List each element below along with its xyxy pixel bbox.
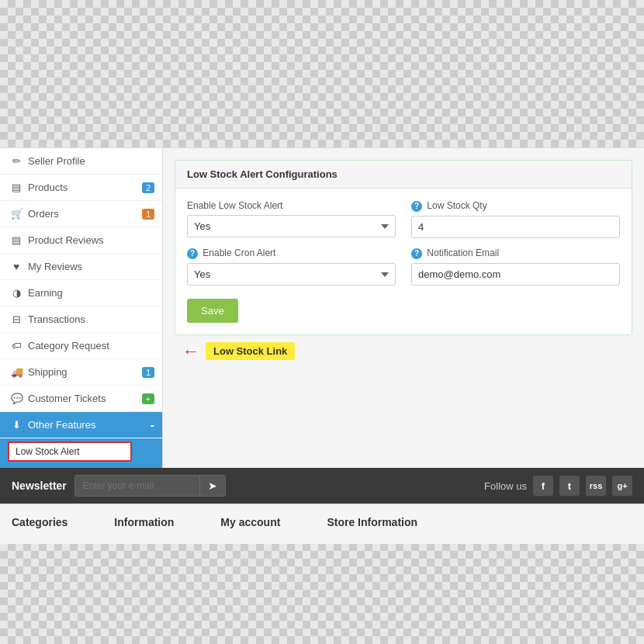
sidebar-item-label: Products — [28, 182, 68, 193]
orders-badge: 1 — [142, 209, 154, 220]
annotation-area: Low Stock Link ← — [175, 340, 632, 363]
tickets-icon: 💬 — [11, 393, 22, 404]
low-stock-link-wrap: Low Stock Alert — [0, 438, 162, 468]
products-badge: 2 — [142, 182, 154, 193]
sidebar-item-seller-profile[interactable]: ✏ Seller Profile — [0, 148, 162, 175]
newsletter-input[interactable] — [75, 476, 199, 495]
twitter-icon[interactable]: t — [559, 476, 580, 496]
facebook-icon[interactable]: f — [533, 476, 553, 496]
newsletter-label: Newsletter — [12, 480, 67, 492]
sidebar-item-category-request[interactable]: 🏷 Category Request — [0, 333, 162, 359]
footer-my-account-title: My account — [220, 516, 280, 528]
sidebar: ✏ Seller Profile ▤ Products 2 🛒 Orders 1… — [0, 148, 163, 468]
top-area — [0, 0, 644, 147]
footer-categories: Categories Information My account Store … — [0, 504, 644, 544]
googleplus-icon[interactable]: g+ — [612, 476, 632, 496]
sidebar-item-transactions[interactable]: ⊟ Transactions — [0, 306, 162, 333]
footer-col-my-account: My account — [220, 516, 280, 532]
config-box: Low Stock Alert Configurations Enable Lo… — [175, 160, 632, 335]
cron-alert-label: ? Enable Cron Alert — [187, 248, 396, 259]
sidebar-item-label: Product Reviews — [28, 234, 104, 246]
footer-col-information: Information — [114, 516, 174, 532]
sidebar-item-label: Shipping — [28, 366, 68, 378]
sidebar-item-shipping[interactable]: 🚚 Shipping 1 — [0, 359, 162, 386]
follow-us: Follow us f t rss g+ — [484, 476, 632, 496]
enable-alert-select[interactable]: Yes No — [187, 215, 396, 237]
low-stock-alert-button[interactable]: Low Stock Alert — [8, 441, 132, 462]
enable-alert-label: Enable Low Stock Alert — [187, 200, 396, 211]
form-row-1: Enable Low Stock Alert Yes No ? Low Stoc… — [187, 200, 620, 238]
edit-icon: ✏ — [11, 155, 22, 167]
sidebar-item-products[interactable]: ▤ Products 2 — [0, 175, 162, 201]
footer-col-categories: Categories — [12, 516, 68, 532]
bottom-area — [0, 544, 644, 644]
help-icon-cron: ? — [187, 248, 198, 259]
config-box-title: Low Stock Alert Configurations — [175, 161, 632, 189]
annotation-arrow-icon: ← — [182, 341, 199, 362]
form-group-low-stock-qty: ? Low Stock Qty — [411, 200, 620, 238]
shipping-badge: 1 — [142, 367, 154, 378]
collapse-icon: - — [151, 418, 154, 432]
form-group-enable-alert: Enable Low Stock Alert Yes No — [187, 200, 396, 238]
sidebar-item-label: Earning — [28, 287, 63, 299]
shipping-icon: 🚚 — [11, 366, 22, 378]
sidebar-item-product-reviews[interactable]: ▤ Product Reviews — [0, 227, 162, 254]
reviews-icon: ▤ — [11, 234, 22, 246]
transactions-icon: ⊟ — [11, 313, 22, 325]
main-content: ✏ Seller Profile ▤ Products 2 🛒 Orders 1… — [0, 147, 644, 468]
help-icon-qty: ? — [411, 201, 422, 212]
help-icon-email: ? — [411, 248, 422, 259]
low-stock-qty-input[interactable] — [411, 216, 620, 238]
sidebar-item-label: Customer Tickets — [28, 393, 106, 404]
other-features-container: ⬇ Other Features - Low Stock Alert — [0, 412, 162, 468]
save-button[interactable]: Save — [187, 299, 238, 323]
sidebar-item-label: Orders — [28, 208, 59, 220]
newsletter-input-wrap: ➤ — [74, 475, 226, 497]
sidebar-item-orders[interactable]: 🛒 Orders 1 — [0, 201, 162, 227]
sidebar-item-label: Transactions — [28, 313, 85, 325]
notification-email-input[interactable] — [411, 263, 620, 286]
download-icon: ⬇ — [11, 419, 22, 431]
main-panel: Low Stock Alert Configurations Enable Lo… — [163, 148, 644, 468]
sidebar-item-label: Category Request — [28, 340, 109, 351]
sidebar-item-earning[interactable]: ◑ Earning — [0, 280, 162, 306]
cron-alert-select[interactable]: Yes No — [187, 263, 396, 286]
form-group-cron-alert: ? Enable Cron Alert Yes No — [187, 248, 396, 286]
products-icon: ▤ — [11, 182, 22, 193]
rss-icon[interactable]: rss — [586, 476, 606, 496]
newsletter-submit-button[interactable]: ➤ — [199, 476, 225, 496]
earning-icon: ◑ — [11, 287, 22, 299]
footer-store-information-title: Store Information — [327, 516, 417, 528]
low-stock-qty-label: ? Low Stock Qty — [411, 200, 620, 212]
annotation-tooltip: Low Stock Link — [206, 342, 295, 360]
orders-icon: 🛒 — [11, 208, 22, 220]
form-group-notification-email: ? Notification Email — [411, 248, 620, 286]
sidebar-item-label: Other Features — [28, 419, 95, 431]
follow-us-label: Follow us — [484, 480, 527, 492]
footer-col-store-information: Store Information — [327, 516, 417, 532]
sidebar-item-my-reviews[interactable]: ♥ My Reviews — [0, 254, 162, 280]
sidebar-item-label: Seller Profile — [28, 155, 85, 167]
newsletter-bar: Newsletter ➤ Follow us f t rss g+ — [0, 468, 644, 504]
sidebar-item-label: My Reviews — [28, 261, 82, 272]
config-box-body: Enable Low Stock Alert Yes No ? Low Stoc… — [175, 189, 632, 334]
tag-icon: 🏷 — [11, 340, 22, 351]
footer-information-title: Information — [114, 516, 174, 528]
notification-email-label: ? Notification Email — [411, 248, 620, 259]
footer-categories-title: Categories — [12, 516, 68, 528]
sidebar-item-other-features[interactable]: ⬇ Other Features - — [0, 412, 162, 438]
tickets-badge: + — [142, 393, 154, 404]
heart-icon: ♥ — [11, 261, 22, 272]
sidebar-item-customer-tickets[interactable]: 💬 Customer Tickets + — [0, 386, 162, 412]
form-row-2: ? Enable Cron Alert Yes No ? Noti — [187, 248, 620, 286]
page-wrapper: ✏ Seller Profile ▤ Products 2 🛒 Orders 1… — [0, 0, 644, 644]
